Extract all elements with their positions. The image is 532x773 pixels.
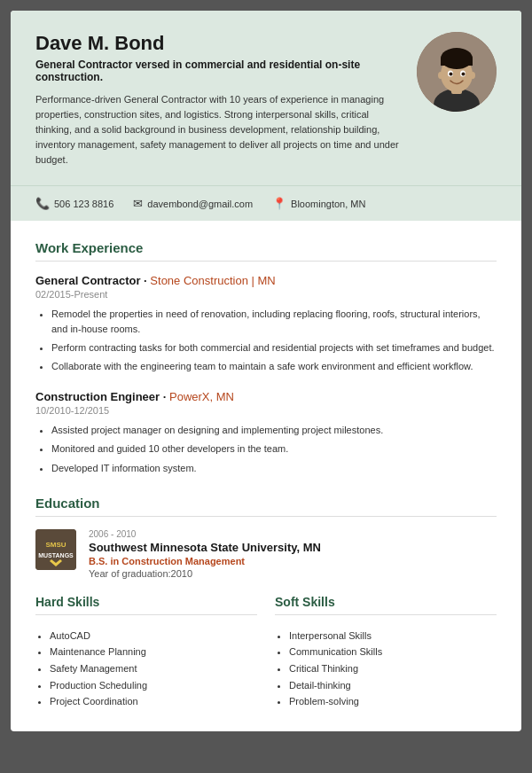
edu-years: 2006 - 2010 xyxy=(89,529,321,539)
phone-number: 506 123 8816 xyxy=(54,199,113,209)
job-1-company: Stone Construction | MN xyxy=(150,274,275,287)
job-2-date: 10/2010-12/2015 xyxy=(35,405,497,416)
list-item: Project Coordination xyxy=(50,693,257,710)
location-text: Bloomington, MN xyxy=(291,199,365,209)
list-item: Safety Management xyxy=(50,660,257,677)
job-2-company: PowerX, MN xyxy=(169,390,234,403)
location-icon: 📍 xyxy=(272,197,286,210)
list-item: Monitored and guided 10 other developers… xyxy=(51,441,497,457)
job-1: General Contractor · Stone Construction … xyxy=(35,274,497,374)
svg-point-9 xyxy=(462,73,466,76)
list-item: Production Scheduling xyxy=(50,677,257,694)
svg-text:SMSU: SMSU xyxy=(45,541,66,549)
list-item: Developed IT information system. xyxy=(51,461,497,476)
job-1-title: General Contractor xyxy=(35,274,140,287)
soft-skills-title: Soft Skills xyxy=(275,595,497,615)
location-contact: 📍 Bloomington, MN xyxy=(272,197,365,210)
edu-degree: B.S. in Construction Management xyxy=(89,556,321,566)
edu-graduation: Year of graduation:2010 xyxy=(89,568,321,579)
list-item: Detail-thinking xyxy=(289,677,497,694)
list-item: Communication Skills xyxy=(289,644,497,660)
education-title: Education xyxy=(35,496,497,517)
soft-skills-col: Soft Skills Interpersonal Skills Communi… xyxy=(275,595,497,710)
list-item: Perform contracting tasks for both comme… xyxy=(51,340,497,355)
email-address: davembond@gmail.com xyxy=(147,199,253,209)
phone-icon: 📞 xyxy=(35,197,50,210)
hard-skills-col: Hard Skills AutoCAD Maintenance Planning… xyxy=(35,595,257,710)
svg-point-11 xyxy=(470,72,475,79)
list-item: Critical Thinking xyxy=(289,660,497,677)
hard-skills-list: AutoCAD Maintenance Planning Safety Mana… xyxy=(35,628,257,710)
hard-skills-title: Hard Skills xyxy=(35,595,257,615)
main-content: Work Experience General Contractor · Sto… xyxy=(11,240,521,731)
work-experience-title: Work Experience xyxy=(35,240,497,262)
email-contact: ✉ davembond@gmail.com xyxy=(133,197,253,210)
header-left: Dave M. Bond General Contractor versed i… xyxy=(35,32,417,168)
resume-container: Dave M. Bond General Contractor versed i… xyxy=(11,11,521,731)
university-logo: SMSU MUSTANGS xyxy=(35,529,76,570)
job-2-separator: · xyxy=(163,390,169,403)
edu-details: 2006 - 2010 Southwest Minnesota State Un… xyxy=(89,529,321,579)
list-item: Remodel the properties in need of renova… xyxy=(51,307,497,337)
job-1-date: 02/2015-Present xyxy=(35,289,497,300)
list-item: AutoCAD xyxy=(50,628,257,644)
avatar xyxy=(417,32,497,112)
candidate-name: Dave M. Bond xyxy=(35,32,399,55)
header-section: Dave M. Bond General Contractor versed i… xyxy=(11,11,521,185)
list-item: Interpersonal Skills xyxy=(289,628,497,644)
svg-rect-5 xyxy=(441,59,473,66)
job-2: Construction Engineer · PowerX, MN 10/20… xyxy=(35,390,497,475)
list-item: Assisted project manager on designing an… xyxy=(51,423,497,438)
list-item: Collaborate with the engineering team to… xyxy=(51,359,497,374)
phone-contact: 📞 506 123 8816 xyxy=(35,197,113,210)
svg-point-8 xyxy=(450,73,453,76)
candidate-summary: Performance-driven General Contractor wi… xyxy=(35,92,399,168)
skills-row: Hard Skills AutoCAD Maintenance Planning… xyxy=(35,595,497,710)
job-1-bullets: Remodel the properties in need of renova… xyxy=(35,307,497,374)
svg-text:MUSTANGS: MUSTANGS xyxy=(38,552,74,558)
soft-skills-list: Interpersonal Skills Communication Skill… xyxy=(275,628,497,710)
job-2-bullets: Assisted project manager on designing an… xyxy=(35,423,497,475)
svg-point-10 xyxy=(438,72,443,79)
job-2-title: Construction Engineer xyxy=(35,390,160,403)
job-2-header: Construction Engineer · PowerX, MN xyxy=(35,390,497,403)
education-section: SMSU MUSTANGS 2006 - 2010 Southwest Minn… xyxy=(35,529,497,579)
job-1-header: General Contractor · Stone Construction … xyxy=(35,274,497,287)
edu-school: Southwest Minnesota State University, MN xyxy=(89,541,321,554)
contact-bar: 📞 506 123 8816 ✉ davembond@gmail.com 📍 B… xyxy=(11,185,521,221)
list-item: Maintenance Planning xyxy=(50,644,257,660)
candidate-title: General Contractor versed in commercial … xyxy=(35,59,399,83)
list-item: Problem-solving xyxy=(289,693,497,710)
email-icon: ✉ xyxy=(133,197,143,210)
